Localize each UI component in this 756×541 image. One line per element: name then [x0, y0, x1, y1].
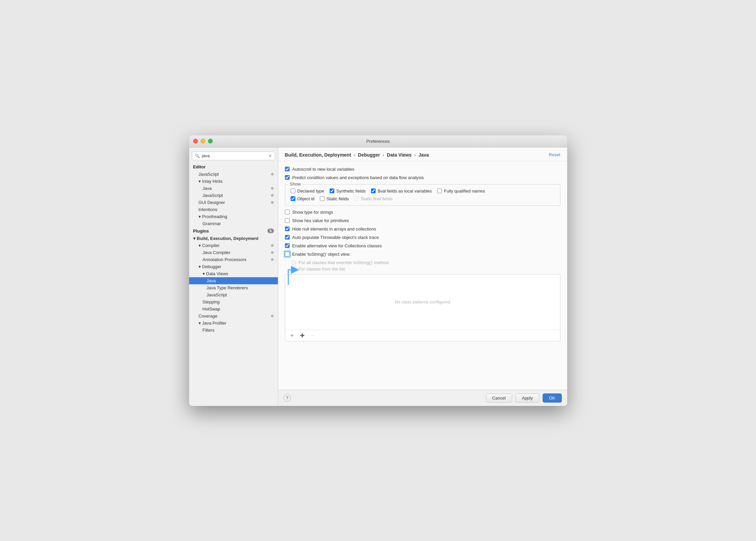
settings-icon-3: ⚙	[271, 194, 274, 197]
static-fields-label: Static fields	[327, 196, 349, 201]
settings-icon-1: ⚙	[271, 172, 274, 176]
for-all-label: For all classes that override 'toString(…	[299, 260, 389, 265]
search-input[interactable]	[202, 153, 266, 158]
sidebar-item-inlay-hints[interactable]: ▾Inlay Hints	[189, 178, 278, 185]
content-header: Build, Execution, Deployment › Debugger …	[278, 148, 567, 161]
enable-tostring-checkbox[interactable]	[285, 252, 290, 256]
plugins-badge: 5	[267, 228, 274, 233]
add-pattern-alt-button[interactable]: ✚	[299, 332, 306, 339]
list-empty-message: No class patterns configured	[285, 275, 560, 330]
synthetic-fields-label: Synthetic fields	[336, 189, 366, 194]
predict-checkbox[interactable]	[285, 175, 290, 180]
reset-button[interactable]: Reset	[549, 152, 560, 157]
sidebar-section-plugins: Plugins 5	[189, 227, 278, 235]
predict-label: Predict condition values and exceptions …	[292, 175, 424, 180]
sidebar-item-proofreading[interactable]: ▾Proofreading	[189, 213, 278, 220]
auto-populate-row: Auto populate Throwable object's stack t…	[285, 235, 560, 240]
titlebar: Preferences	[189, 135, 567, 148]
sidebar-item-grammar[interactable]: Grammar	[189, 220, 278, 227]
object-id-checkbox[interactable]	[291, 196, 295, 201]
sidebar-item-gui-designer[interactable]: GUI Designer ⚙	[189, 199, 278, 206]
maximize-button[interactable]	[208, 139, 213, 143]
static-fields-checkbox[interactable]	[320, 196, 325, 201]
window-title: Preferences	[366, 139, 390, 144]
enable-tostring-row: Enable 'toString()' object view:	[285, 252, 560, 257]
enable-alt-view-row: Enable alternative view for Collections …	[285, 243, 560, 248]
radio-for-list-row: For classes from the list:	[292, 266, 560, 272]
sidebar-item-coverage[interactable]: Coverage ⚙	[189, 313, 278, 320]
enable-tostring-wrapper: Enable 'toString()' object view: For all…	[285, 252, 560, 341]
sidebar-item-javascript-inlay[interactable]: JavaScript ⚙	[189, 192, 278, 199]
val-fields-checkbox[interactable]	[371, 189, 376, 193]
declared-type-cell: Declared type	[291, 189, 324, 194]
sidebar-item-filters[interactable]: Filters	[189, 327, 278, 334]
static-final-fields-checkbox[interactable]	[354, 196, 359, 201]
sidebar-item-build[interactable]: ▾Build, Execution, Deployment	[189, 235, 278, 242]
sidebar-item-annotation[interactable]: Annotation Processors ⚙	[189, 256, 278, 263]
sidebar-item-javascript-1[interactable]: JavaScript ⚙	[189, 171, 278, 178]
declared-type-checkbox[interactable]	[291, 189, 295, 193]
search-bar[interactable]: 🔍 ✕	[192, 152, 275, 160]
minimize-button[interactable]	[201, 139, 205, 143]
apply-button[interactable]: Apply	[515, 393, 539, 403]
content-body: Autoscroll to new local variables Predic…	[278, 161, 567, 390]
static-final-fields-label: Static final fields	[361, 196, 392, 201]
sidebar-item-javascript-debug[interactable]: JavaScript	[189, 291, 278, 298]
bottom-bar: ? Cancel Apply OK	[278, 390, 567, 406]
add-pattern-button[interactable]: ＋	[288, 331, 296, 340]
hide-null-checkbox[interactable]	[285, 226, 290, 231]
sidebar-section-editor: Editor	[189, 163, 278, 171]
sidebar-item-debugger[interactable]: ▾Debugger	[189, 263, 278, 270]
fully-qualified-cell: Fully qualified names	[437, 189, 485, 194]
show-hex-label: Show hex value for primitives	[292, 218, 349, 223]
auto-populate-checkbox[interactable]	[285, 235, 290, 240]
cancel-button[interactable]: Cancel	[486, 393, 512, 403]
search-clear-icon[interactable]: ✕	[268, 153, 272, 159]
sidebar-item-java-profiler[interactable]: ▾Java Profiler	[189, 320, 278, 327]
ok-button[interactable]: OK	[543, 393, 562, 403]
sidebar-item-java-type-renderers[interactable]: Java Type Renderers	[189, 284, 278, 291]
class-patterns-list: No class patterns configured ＋ ✚ －	[285, 274, 560, 341]
show-hex-checkbox[interactable]	[285, 218, 290, 223]
sidebar-item-hotswap[interactable]: HotSwap	[189, 305, 278, 313]
plugins-section-label: Plugins	[193, 228, 209, 234]
static-final-fields-cell: Static final fields	[354, 196, 392, 201]
autoscroll-checkbox[interactable]	[285, 167, 290, 171]
radio-for-all-row: For all classes that override 'toString(…	[292, 260, 560, 265]
predict-row: Predict condition values and exceptions …	[285, 175, 560, 180]
sidebar-item-java-compiler[interactable]: Java Compiler ⚙	[189, 249, 278, 256]
settings-icon-5: ⚙	[271, 244, 274, 247]
list-toolbar: ＋ ✚ －	[285, 330, 560, 341]
close-button[interactable]	[193, 139, 198, 143]
val-fields-label: $val fields as local variables	[378, 189, 432, 194]
main-content: 🔍 ✕ Editor JavaScript ⚙ ▾Inlay Hints Jav…	[189, 148, 567, 406]
enable-tostring-label: Enable 'toString()' object view:	[292, 252, 351, 257]
settings-icon-4: ⚙	[271, 201, 274, 204]
sidebar-item-intentions[interactable]: Intentions	[189, 206, 278, 213]
sidebar-item-stepping[interactable]: Stepping	[189, 298, 278, 305]
show-type-strings-checkbox[interactable]	[285, 210, 290, 214]
sidebar-item-compiler[interactable]: ▾Compiler ⚙	[189, 242, 278, 249]
settings-icon-2: ⚙	[271, 186, 274, 190]
declared-type-label: Declared type	[297, 189, 324, 194]
sidebar-item-data-views[interactable]: ▾Data Views	[189, 270, 278, 277]
help-button[interactable]: ?	[284, 394, 291, 402]
remove-pattern-button[interactable]: －	[308, 331, 317, 340]
show-hex-row: Show hex value for primitives	[285, 218, 560, 223]
search-icon: 🔍	[195, 154, 200, 158]
sidebar-item-java-selected[interactable]: Java	[189, 277, 278, 284]
synthetic-fields-checkbox[interactable]	[330, 189, 334, 193]
fully-qualified-checkbox[interactable]	[437, 189, 442, 193]
traffic-lights	[193, 139, 213, 143]
editor-section-label: Editor	[193, 164, 206, 169]
breadcrumb: Build, Execution, Deployment › Debugger …	[285, 152, 429, 158]
sidebar-item-java-inlay[interactable]: Java ⚙	[189, 185, 278, 192]
hide-null-row: Hide null elements in arrays and collect…	[285, 226, 560, 232]
autoscroll-label: Autoscroll to new local variables	[292, 167, 354, 172]
sidebar: 🔍 ✕ Editor JavaScript ⚙ ▾Inlay Hints Jav…	[189, 148, 278, 406]
show-type-strings-label: Show type for strings	[292, 210, 333, 215]
show-type-strings-row: Show type for strings	[285, 210, 560, 215]
enable-alt-view-checkbox[interactable]	[285, 243, 290, 248]
settings-icon-6: ⚙	[271, 251, 274, 254]
settings-icon-8: ⚙	[271, 314, 274, 318]
